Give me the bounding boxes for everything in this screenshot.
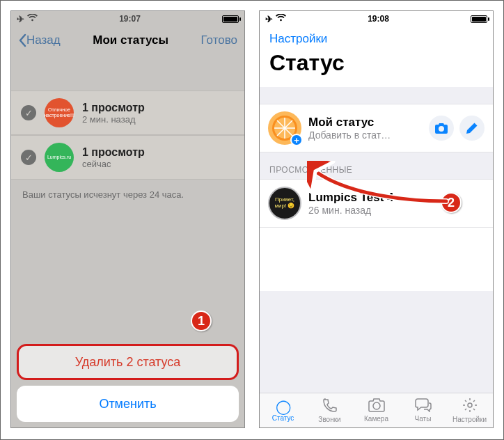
section-gap xyxy=(260,87,493,104)
tab-label: Настройки xyxy=(452,416,487,423)
status-thumbnail: Lumpics.ru xyxy=(45,143,74,172)
airplane-icon: ✈ xyxy=(265,14,273,24)
camera-icon xyxy=(368,398,385,414)
tab-calls[interactable]: Звонки xyxy=(306,393,353,427)
nav-bar: Назад Мои статусы Готово xyxy=(11,25,244,56)
clock: 19:08 xyxy=(368,14,389,24)
pencil-status-button[interactable] xyxy=(459,116,485,141)
callout-badge-2: 2 xyxy=(441,192,462,213)
callout-badge-1: 1 xyxy=(191,311,212,331)
phone-left: ✈ 19:07 Назад Мои статусы Готово ✓ Отлич… xyxy=(10,10,245,428)
phone-right: ✈ 19:08 Настройки Статус xyxy=(259,10,494,428)
tab-status[interactable]: ◯ Статус xyxy=(260,393,306,427)
status-expiry-note: Ваши статусы исчезнут через 24 часа. xyxy=(11,180,244,210)
back-label: Назад xyxy=(26,33,61,47)
status-list: ✓ Отличное настроение!!! 1 просмотр 2 ми… xyxy=(11,56,244,210)
camera-icon xyxy=(435,123,448,134)
airplane-icon: ✈ xyxy=(17,14,24,24)
status-time: 2 мин. назад xyxy=(82,114,145,125)
tab-settings[interactable]: Настройки xyxy=(446,393,493,427)
pencil-icon xyxy=(466,123,478,134)
phone-icon xyxy=(322,398,338,415)
status-ring-icon: ◯ xyxy=(276,400,291,414)
status-bar: ✈ 19:08 xyxy=(260,11,493,25)
tab-label: Камера xyxy=(364,415,388,423)
empty-area xyxy=(260,291,493,393)
chats-icon xyxy=(415,398,432,414)
status-row[interactable]: ✓ Отличное настроение!!! 1 просмотр 2 ми… xyxy=(11,91,244,135)
tab-bar: ◯ Статус Звонки Камера Чаты xyxy=(260,393,493,427)
tab-label: Чаты xyxy=(415,415,432,423)
battery-icon xyxy=(471,15,487,23)
status-views: 1 просмотр xyxy=(82,146,145,159)
status-views: 1 просмотр xyxy=(82,102,145,114)
my-status-title: Мой статус xyxy=(308,116,423,129)
wifi-icon xyxy=(27,14,38,24)
status-row[interactable]: ✓ Lumpics.ru 1 просмотр сейчас xyxy=(11,135,244,180)
add-status-badge[interactable]: + xyxy=(290,134,303,146)
my-status-subtitle: Добавить в стат… xyxy=(308,129,423,141)
done-button[interactable]: Готово xyxy=(201,33,238,47)
status-time: сейчас xyxy=(82,159,145,169)
tab-label: Статус xyxy=(272,414,294,422)
my-status-row[interactable]: + Мой статус Добавить в стат… xyxy=(260,104,493,152)
action-sheet: Удалить 2 статуса Отменить xyxy=(17,338,239,422)
tab-chats[interactable]: Чаты xyxy=(400,393,446,427)
tab-label: Звонки xyxy=(318,416,340,423)
page-title: Мои статусы xyxy=(93,33,168,47)
contact-avatar: Привет, мир! 😉 xyxy=(268,187,301,220)
svg-point-6 xyxy=(468,403,472,407)
cancel-button[interactable]: Отменить xyxy=(17,386,239,422)
checkmark-icon[interactable]: ✓ xyxy=(21,150,36,165)
settings-link[interactable]: Настройки xyxy=(260,25,493,49)
checkmark-icon[interactable]: ✓ xyxy=(21,105,36,120)
clock: 19:07 xyxy=(119,14,141,24)
page-title: Статус xyxy=(260,49,493,87)
status-bar: ✈ 19:07 xyxy=(11,11,244,25)
camera-status-button[interactable] xyxy=(429,116,454,141)
wifi-icon xyxy=(276,14,286,24)
status-thumbnail: Отличное настроение!!! xyxy=(45,98,74,127)
tab-camera[interactable]: Камера xyxy=(353,393,400,427)
chevron-left-icon xyxy=(18,33,26,47)
delete-statuses-button[interactable]: Удалить 2 статуса xyxy=(17,344,239,380)
viewed-section-header: ПРОСМОТРЕННЫЕ xyxy=(260,152,493,179)
back-button[interactable]: Назад xyxy=(18,33,61,47)
gear-icon xyxy=(462,398,478,415)
battery-icon xyxy=(222,15,239,23)
